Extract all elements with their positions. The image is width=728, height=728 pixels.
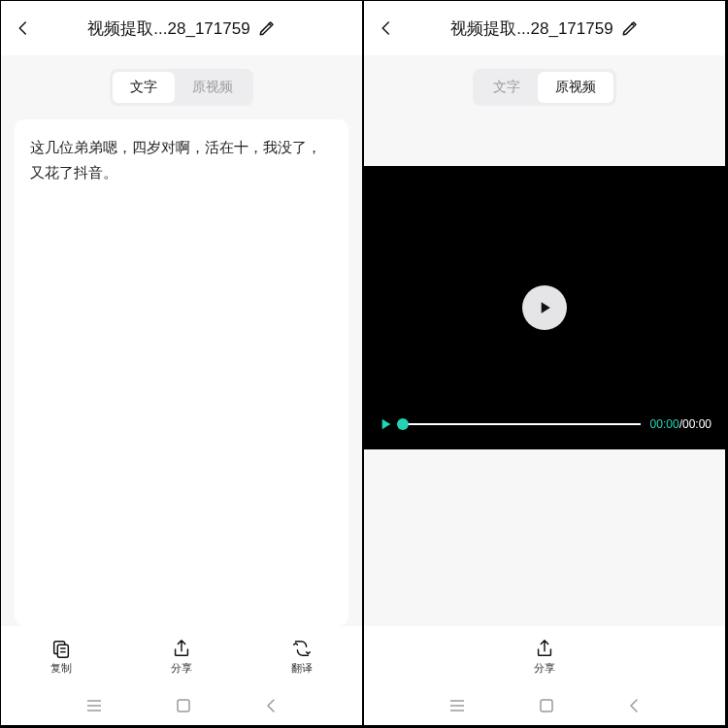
share-button[interactable]: 分享 (515, 638, 574, 676)
page-title: 视频提取...28_171759 (87, 17, 249, 40)
video-controls: 00:00/00:00 (378, 416, 711, 432)
system-nav (364, 686, 725, 725)
pencil-icon (258, 19, 276, 37)
pane-video: 视频提取...28_171759 文字 原视频 0 (363, 0, 726, 726)
translate-label: 翻译 (291, 661, 313, 676)
play-button[interactable] (522, 285, 567, 330)
pencil-icon (621, 19, 639, 37)
square-icon (539, 698, 554, 713)
menu-icon (85, 699, 103, 712)
chevron-left-icon (627, 698, 641, 713)
time-display: 00:00/00:00 (650, 417, 711, 431)
nav-home[interactable] (176, 698, 191, 713)
nav-back[interactable] (627, 698, 641, 713)
video-bottom-gap (364, 449, 725, 626)
tab-text[interactable]: 文字 (113, 72, 175, 103)
transcript-card: 这几位弟弟嗯，四岁对啊，活在十，我没了，又花了抖音。 (15, 119, 348, 626)
back-button[interactable] (378, 19, 405, 37)
tabs: 文字 原视频 (110, 69, 253, 106)
tabs: 文字 原视频 (473, 69, 616, 106)
translate-icon (291, 638, 313, 659)
tab-bar: 文字 原视频 (364, 55, 725, 119)
system-nav (1, 686, 362, 725)
small-play-button[interactable] (378, 416, 393, 432)
chevron-left-icon (378, 19, 395, 37)
content-area: 这几位弟弟嗯，四岁对啊，活在十，我没了，又花了抖音。 (1, 119, 362, 626)
nav-menu[interactable] (448, 699, 466, 712)
back-button[interactable] (15, 19, 42, 37)
share-button[interactable]: 分享 (152, 638, 211, 676)
share-icon (534, 638, 555, 659)
time-current: 00:00 (650, 417, 679, 431)
menu-icon (448, 699, 466, 712)
play-icon (378, 416, 393, 432)
copy-label: 复制 (50, 661, 72, 676)
content-area: 00:00/00:00 (364, 119, 725, 626)
svg-rect-11 (541, 700, 552, 711)
pane-text: 视频提取...28_171759 文字 原视频 这几位弟弟嗯，四岁对啊，活在十，… (0, 0, 363, 726)
title-wrap: 视频提取...28_171759 (405, 17, 684, 40)
copy-icon (50, 638, 72, 659)
nav-home[interactable] (539, 698, 554, 713)
title-wrap: 视频提取...28_171759 (42, 17, 321, 40)
progress-bar[interactable] (403, 423, 641, 425)
bottom-bar: 分享 (364, 626, 725, 686)
copy-button[interactable]: 复制 (32, 638, 90, 676)
edit-button[interactable] (621, 19, 639, 37)
svg-rect-7 (178, 700, 189, 711)
nav-menu[interactable] (85, 699, 103, 712)
header: 视频提取...28_171759 (1, 1, 362, 55)
share-label: 分享 (534, 661, 555, 676)
bottom-bar: 复制 分享 翻译 (1, 626, 362, 686)
svg-rect-1 (57, 645, 68, 657)
nav-back[interactable] (264, 698, 278, 713)
video-player[interactable]: 00:00/00:00 (364, 166, 725, 449)
share-icon (171, 638, 192, 659)
tab-video[interactable]: 原视频 (175, 72, 250, 103)
tab-text[interactable]: 文字 (476, 72, 538, 103)
page-title: 视频提取...28_171759 (450, 17, 612, 40)
edit-button[interactable] (258, 19, 276, 37)
chevron-left-icon (15, 19, 32, 37)
share-label: 分享 (171, 661, 192, 676)
tab-bar: 文字 原视频 (1, 55, 362, 119)
tab-video[interactable]: 原视频 (538, 72, 613, 103)
chevron-left-icon (264, 698, 278, 713)
time-total: 00:00 (682, 417, 711, 431)
translate-button[interactable]: 翻译 (273, 638, 331, 676)
progress-thumb[interactable] (397, 418, 409, 430)
header: 视频提取...28_171759 (364, 1, 725, 55)
square-icon (176, 698, 191, 713)
play-icon (535, 298, 554, 317)
video-top-gap (364, 119, 725, 166)
